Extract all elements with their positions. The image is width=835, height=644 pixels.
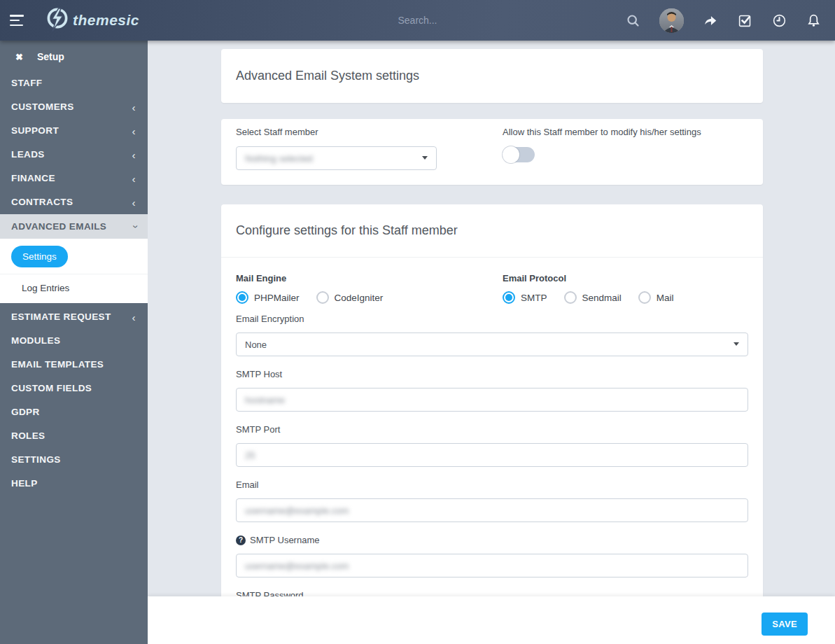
sidebar-item-estimate-request[interactable]: ESTIMATE REQUEST‹ (0, 305, 148, 329)
bottom-action-bar: SAVE (148, 596, 835, 644)
chevron-left-icon: ‹ (132, 102, 136, 113)
save-button[interactable]: SAVE (762, 612, 808, 636)
main-content: Advanced Email System settings Select St… (148, 41, 835, 644)
smtp-username-label-row: ? SMTP Username (236, 535, 748, 545)
smtp-host-input[interactable]: hostname (236, 388, 748, 412)
submenu-item-log-entries[interactable]: Log Entries (0, 274, 148, 303)
email-protocol-label: Email Protocol (503, 273, 674, 284)
sidebar-title: Setup (37, 51, 64, 62)
bell-icon[interactable] (806, 13, 821, 28)
chevron-down-icon: ‹ (129, 225, 139, 228)
page-title: Advanced Email System settings (236, 69, 748, 83)
mail-engine-label: Mail Engine (236, 273, 503, 284)
search-icon[interactable] (625, 13, 640, 28)
radio-icon (316, 291, 329, 304)
email-input[interactable]: username@example.com (236, 498, 748, 522)
smtp-username-input[interactable]: username@example.com (236, 554, 748, 578)
clock-icon[interactable] (771, 13, 787, 28)
chevron-left-icon: ‹ (132, 150, 136, 160)
smtp-port-label: SMTP Port (236, 424, 748, 435)
sidebar-item-settings[interactable]: SETTINGS (0, 448, 148, 472)
radio-icon (564, 291, 577, 304)
smtp-username-label: SMTP Username (250, 535, 319, 545)
radio-codeigniter[interactable]: CodeIgniter (316, 291, 384, 304)
radio-sendmail[interactable]: Sendmail (564, 291, 622, 304)
configure-settings-card: Configure settings for this Staff member… (221, 204, 763, 617)
toggle-knob (503, 146, 519, 163)
search-input[interactable] (271, 0, 565, 41)
sidebar-item-customers[interactable]: CUSTOMERS‹ (0, 95, 148, 119)
select-staff-label: Select Staff member (236, 127, 503, 137)
radio-phpmailer[interactable]: PHPMailer (236, 291, 300, 304)
sidebar-item-roles[interactable]: ROLES (0, 424, 148, 448)
allow-modify-toggle[interactable] (503, 147, 535, 162)
configure-settings-title: Configure settings for this Staff member (236, 223, 748, 238)
radio-icon (503, 291, 515, 304)
advanced-emails-submenu: Settings Log Entries (0, 239, 148, 303)
allow-modify-label: Allow this Staff member to modify his/he… (503, 127, 701, 137)
radio-smtp[interactable]: SMTP (503, 291, 547, 304)
sidebar-item-custom-fields[interactable]: CUSTOM FIELDS (0, 377, 148, 400)
email-label: Email (236, 479, 748, 490)
email-encryption-value: None (245, 340, 267, 350)
staff-selection-card: Select Staff member Nothing selected All… (221, 119, 763, 185)
help-icon[interactable]: ? (236, 536, 246, 545)
caret-down-icon (422, 156, 428, 160)
setup-sidebar: ✖ Setup STAFF CUSTOMERS‹ SUPPORT‹ LEADS‹… (0, 41, 148, 644)
close-icon[interactable]: ✖ (15, 52, 23, 62)
chevron-left-icon: ‹ (132, 126, 136, 136)
staff-select-value: Nothing selected (245, 153, 313, 164)
user-avatar[interactable] (659, 8, 684, 33)
app-logo[interactable]: themesic (43, 6, 139, 34)
sidebar-item-gdpr[interactable]: GDPR (0, 400, 148, 424)
radio-mail[interactable]: Mail (638, 291, 674, 304)
sidebar-header: ✖ Setup (0, 41, 148, 71)
chevron-left-icon: ‹ (132, 312, 136, 323)
chevron-left-icon: ‹ (132, 174, 136, 184)
email-encryption-select[interactable]: None (236, 332, 748, 356)
tasks-icon[interactable] (737, 13, 752, 28)
smtp-port-input[interactable]: 25 (236, 443, 748, 467)
logo-bolt-icon (43, 6, 71, 34)
smtp-host-label: SMTP Host (236, 369, 748, 379)
sidebar-item-support[interactable]: SUPPORT‹ (0, 119, 148, 143)
radio-icon (236, 291, 248, 304)
menu-icon[interactable] (10, 15, 25, 26)
submenu-item-settings[interactable]: Settings (11, 246, 68, 267)
sidebar-item-leads[interactable]: LEADS‹ (0, 143, 148, 167)
sidebar-item-email-templates[interactable]: EMAIL TEMPLATES (0, 353, 148, 377)
radio-icon (638, 291, 651, 304)
top-navbar: themesic (0, 0, 835, 41)
caret-down-icon (734, 342, 739, 346)
sidebar-item-help[interactable]: HELP (0, 472, 148, 496)
sidebar-item-modules[interactable]: MODULES (0, 329, 148, 353)
logo-text: themesic (73, 12, 139, 29)
staff-member-select[interactable]: Nothing selected (236, 146, 437, 170)
sidebar-item-contracts[interactable]: CONTRACTS‹ (0, 190, 148, 214)
forward-icon[interactable] (703, 13, 718, 28)
email-encryption-label: Email Encryption (236, 314, 748, 324)
chevron-left-icon: ‹ (132, 197, 136, 208)
sidebar-item-finance[interactable]: FINANCE‹ (0, 167, 148, 190)
sidebar-item-advanced-emails[interactable]: ADVANCED EMAILS‹ (0, 214, 148, 239)
sidebar-item-staff[interactable]: STAFF (0, 71, 148, 95)
page-title-card: Advanced Email System settings (221, 49, 763, 103)
